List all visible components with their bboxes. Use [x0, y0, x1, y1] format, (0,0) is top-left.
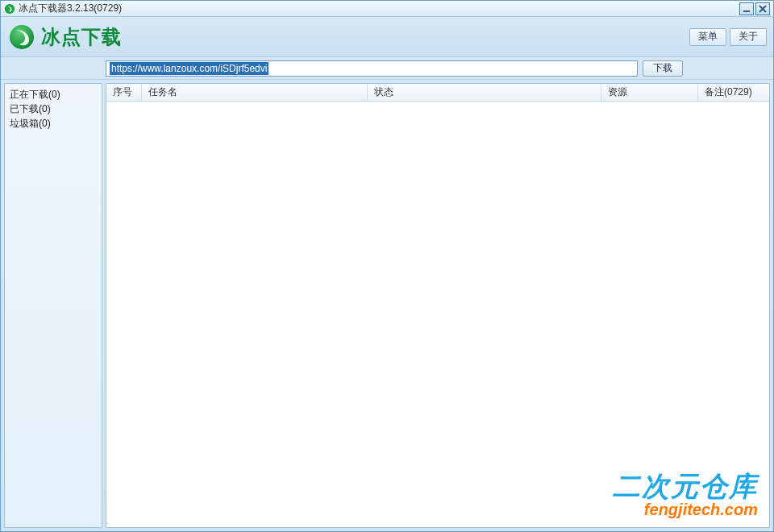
- svg-rect-1: [743, 10, 750, 12]
- download-button[interactable]: 下载: [643, 60, 683, 77]
- svg-point-0: [5, 3, 15, 13]
- close-button[interactable]: [755, 2, 770, 15]
- sidebar-item-downloaded[interactable]: 已下载(0): [10, 102, 97, 116]
- sidebar-item-trash[interactable]: 垃圾箱(0): [10, 116, 97, 131]
- watermark-line2: fengjitech.com: [613, 500, 758, 519]
- column-header-resource[interactable]: 资源: [601, 84, 698, 101]
- titlebar: 冰点下载器3.2.13(0729): [1, 1, 773, 17]
- sidebar: 正在下载(0) 已下载(0) 垃圾箱(0): [4, 83, 102, 528]
- sidebar-item-downloading[interactable]: 正在下载(0): [10, 87, 97, 102]
- column-header-status[interactable]: 状态: [368, 84, 601, 101]
- url-input-value: https://www.lanzoux.com/iSDjrf5edvi: [110, 62, 268, 75]
- watermark: 二次元仓库 fengjitech.com: [613, 472, 758, 519]
- column-headers: 序号 任务名 状态 资源 备注(0729): [106, 84, 769, 102]
- sidebar-item-label: 已下载(0): [10, 103, 51, 114]
- sidebar-item-label: 正在下载(0): [10, 89, 60, 100]
- window-controls: [739, 2, 770, 15]
- about-button[interactable]: 关于: [730, 28, 767, 46]
- url-input[interactable]: https://www.lanzoux.com/iSDjrf5edvi: [106, 60, 638, 77]
- minimize-button[interactable]: [739, 2, 754, 15]
- window-title: 冰点下载器3.2.13(0729): [19, 2, 739, 15]
- body: 正在下载(0) 已下载(0) 垃圾箱(0) 序号 任务名 状态 资源 备注(07…: [1, 80, 773, 531]
- column-header-taskname[interactable]: 任务名: [142, 84, 368, 101]
- menu-button[interactable]: 菜单: [689, 28, 726, 46]
- app-window: 冰点下载器3.2.13(0729) 冰点下载: [0, 0, 774, 532]
- app-name: 冰点下载: [41, 24, 122, 50]
- column-header-index[interactable]: 序号: [106, 84, 142, 101]
- watermark-line1: 二次元仓库: [613, 472, 758, 500]
- header: 冰点下载 菜单 关于: [1, 17, 773, 57]
- url-toolbar: https://www.lanzoux.com/iSDjrf5edvi 下载: [1, 57, 773, 80]
- task-table-body: 二次元仓库 fengjitech.com: [106, 102, 769, 527]
- column-header-note[interactable]: 备注(0729): [698, 84, 769, 101]
- task-table: 序号 任务名 状态 资源 备注(0729) 二次元仓库 fengjitech.c…: [106, 83, 770, 528]
- svg-point-2: [10, 25, 34, 49]
- app-logo-icon: [7, 23, 36, 52]
- sidebar-item-label: 垃圾箱(0): [10, 118, 51, 129]
- app-icon: [4, 3, 15, 15]
